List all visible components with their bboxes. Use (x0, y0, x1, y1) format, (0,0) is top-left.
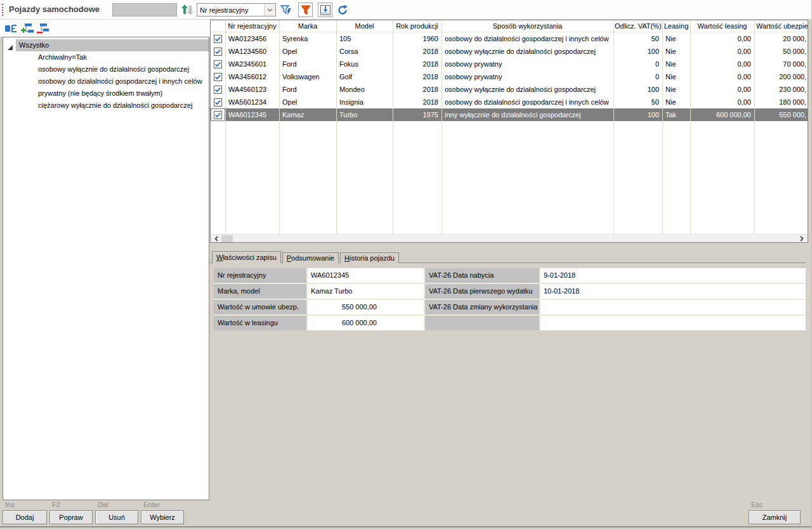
tab-3[interactable]: Historia pojazdu (340, 252, 399, 263)
close-button[interactable]: Zamknij (749, 510, 801, 524)
popraw-button[interactable]: Popraw (49, 510, 93, 524)
drag-handle-icon[interactable] (2, 4, 3, 16)
detail-value-field[interactable]: Kamaz Turbo (308, 284, 424, 299)
column-separator (336, 20, 337, 234)
expand-triangle-icon[interactable] (8, 42, 13, 55)
cell-sposob: inny wyłącznie do działalności gospodarc… (442, 108, 613, 121)
detail-value-field[interactable]: 10-01-2018 (540, 284, 806, 299)
detail-value-field[interactable]: 600 000,00 (308, 316, 424, 330)
wybierz-button[interactable]: Wybierz (141, 510, 184, 524)
row-checkbox[interactable] (211, 32, 225, 45)
detail-label (425, 316, 539, 330)
detail-value-field[interactable]: 9-01-2018 (540, 268, 806, 283)
cell-marka: Ford (279, 58, 336, 70)
cell-leasing: Nie (662, 70, 690, 83)
table-row[interactable]: WA4560123FordMondeo2018osobowy wyłącznie… (211, 83, 808, 96)
tree-item[interactable]: osobowy do działalności gospodarczej i i… (3, 75, 209, 87)
cell-model: Insignia (336, 96, 393, 108)
cell-rok: 2018 (393, 45, 442, 58)
detail-value-field[interactable] (540, 300, 806, 314)
tree-item[interactable]: ciężarowy wyłącznie do działalności gosp… (3, 100, 209, 112)
tree-item[interactable]: prywatny (nie będący środkiem trwałym) (3, 87, 209, 100)
shortcut-hint: Enter (143, 501, 160, 508)
sort-field-value: Nr rejestracyjny (197, 6, 264, 14)
column-header[interactable]: Sposób wykorzystania (442, 20, 613, 32)
tab-2[interactable]: Podsumowanie (282, 252, 339, 263)
row-checkbox[interactable] (211, 45, 225, 58)
row-checkbox[interactable] (211, 108, 225, 121)
shortcut-hint: F2 (52, 501, 60, 508)
table-row[interactable]: WA2345601FordFokus2018osobowy prywatny0N… (211, 58, 808, 70)
detail-label: VAT-26 Data nabycia (425, 268, 539, 283)
sort-field-select[interactable]: Nr rejestracyjny (197, 3, 276, 16)
search-input[interactable] (112, 3, 177, 16)
usu-button[interactable]: Usuń (95, 510, 138, 524)
dodaj-button[interactable]: Dodaj (3, 510, 47, 524)
tree-item[interactable]: Archiwalny=Tak (3, 51, 209, 63)
footer-bar: InsDodajF2PoprawDelUsuńEnterWybierz Esc … (0, 500, 812, 527)
tab-1[interactable]: Właściwości zapisu (212, 251, 281, 264)
cell-vat: 50 (613, 96, 662, 108)
column-header[interactable]: Wartość ubezpiecz (754, 20, 808, 32)
table-row[interactable]: WA6012345KamazTurbo1975inny wyłącznie do… (211, 108, 808, 121)
cell-nr: WA3456012 (225, 70, 279, 83)
cell-nr: WA5601234 (225, 96, 279, 108)
remove-tree-node-icon[interactable] (36, 22, 51, 35)
cell-rok: 2018 (393, 58, 442, 70)
cell-leasing: Nie (662, 32, 690, 45)
row-checkbox[interactable] (211, 83, 225, 96)
cell-wartosc_leasing: 0,00 (690, 70, 754, 83)
export-grid-icon[interactable] (318, 3, 332, 17)
column-header[interactable]: Nr rejestracyjny (225, 20, 279, 32)
table-row[interactable]: WA3456012VolkswagenGolf2018osobowy prywa… (211, 70, 808, 83)
add-tree-node-icon[interactable] (20, 22, 35, 35)
detail-label: Nr rejestracyjny (214, 268, 306, 283)
cell-vat: 100 (613, 45, 662, 58)
row-checkbox[interactable] (211, 58, 225, 70)
cell-vat: 0 (613, 70, 662, 83)
scroll-right-icon[interactable] (797, 235, 806, 242)
table-row[interactable]: WA1234560OpelCorsa2018osobowy wyłącznie … (211, 45, 808, 58)
cell-wartosc_leasing: 600 000,00 (690, 108, 754, 121)
detail-value-field[interactable] (540, 316, 806, 330)
cell-rok: 1975 (393, 108, 442, 121)
column-header[interactable]: Leasing (662, 20, 690, 32)
column-header[interactable]: Rok produkcji (393, 20, 442, 32)
column-header[interactable]: Wartość leasing (690, 20, 754, 32)
chevron-down-icon[interactable] (264, 4, 275, 16)
tree-structure-icon[interactable] (4, 22, 19, 35)
cell-model: Mondeo (336, 83, 393, 96)
sort-direction-icon[interactable] (180, 3, 195, 16)
cell-leasing: Nie (662, 45, 690, 58)
table-row[interactable]: WA0123456Syrenka1051960osobowy do działa… (211, 32, 808, 45)
detail-label: VAT-26 Data zmiany wykorzystania (425, 300, 539, 314)
column-header[interactable]: Model (336, 20, 393, 32)
detail-label: Wartość w leasingu (214, 316, 306, 330)
table-row[interactable]: WA5601234OpelInsignia2018osobowy do dzia… (211, 96, 808, 108)
column-separator (690, 20, 691, 234)
column-separator (393, 20, 393, 234)
cell-vat: 100 (613, 83, 662, 96)
filter-lightning-icon[interactable] (279, 3, 293, 17)
column-separator (613, 20, 614, 234)
tree-item-root[interactable]: Wszystko (3, 39, 209, 51)
row-checkbox[interactable] (211, 70, 225, 83)
cell-leasing: Nie (662, 83, 690, 96)
refresh-icon[interactable] (336, 3, 350, 17)
cell-vat: 50 (613, 32, 662, 45)
column-header[interactable]: Odlicz. VAT(%) (613, 20, 662, 32)
column-header[interactable]: Marka (279, 20, 336, 32)
cell-model: Corsa (336, 45, 393, 58)
tree-item[interactable]: osobowy wyłącznie do działalności gospod… (3, 63, 209, 75)
toolbar: Pojazdy samochodowe Nr rejestracyjny (0, 0, 812, 20)
scroll-left-icon[interactable] (212, 235, 220, 242)
filter-funnel-icon[interactable] (298, 3, 313, 17)
cell-nr: WA6012345 (225, 108, 279, 121)
detail-value-field[interactable]: WA6012345 (308, 268, 424, 283)
detail-value-field[interactable]: 550 000,00 (308, 300, 424, 314)
row-checkbox[interactable] (211, 96, 225, 108)
cell-nr: WA0123456 (225, 32, 279, 45)
horizontal-scrollbar[interactable] (211, 234, 808, 242)
cell-wartosc_ubezp: 50 000, (754, 45, 808, 58)
scrollbar-thumb[interactable] (221, 235, 233, 242)
